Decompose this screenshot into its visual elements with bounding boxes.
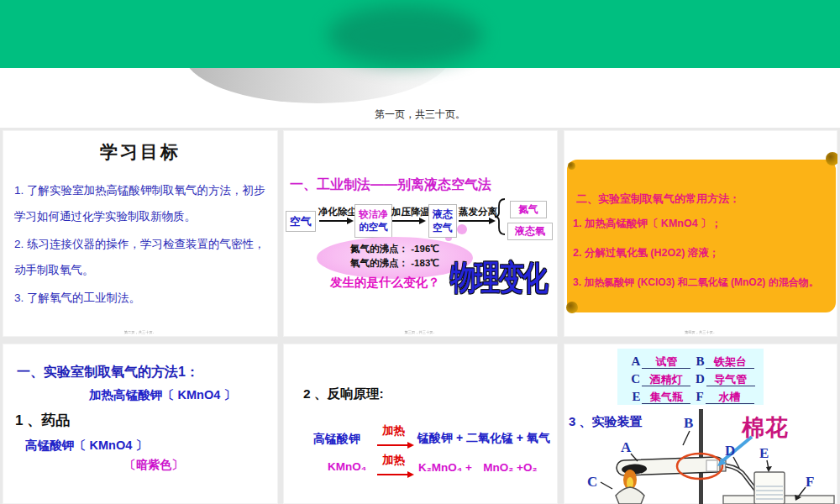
- slide3-method-3: 3. 加热氯酸钾 (KClO3) 和二氧化锰 (MnO2) 的混合物。: [573, 276, 819, 290]
- page: 第一页，共三十页。 学习目标 1. 了解实验室加热高锰酸钾制取氧气的方法，初步学…: [0, 0, 840, 504]
- cotton-label: 棉花: [742, 412, 789, 443]
- apparatus-answer-box: A 试管 B 铁架台 C 酒精灯 D 导气管 E 集气瓶 F 水槽: [617, 349, 764, 405]
- answer-gas-tube: 导气管: [706, 373, 755, 386]
- slide1-body: 1. 了解实验室加热高锰酸钾制取氧气的方法，初步学习如何通过化学实验制取新物质。…: [14, 177, 270, 311]
- flow-box-cleaner-air: 较洁净 的空气: [354, 204, 392, 238]
- slide-thumbnail-5[interactable]: 2 、反响原理: 高锰酸钾 加热 锰酸钾 + 二氧化锰 + 氧气 KMnO₄ 加…: [283, 344, 558, 504]
- answer-row-3: E 集气瓶 F 水槽: [617, 386, 764, 404]
- answer-iron-stand: 铁架台: [706, 355, 754, 369]
- page-number-footer: 第一页，共三十页。: [0, 108, 840, 122]
- slide3-page-footer: 第四页，共三十页。: [584, 329, 816, 333]
- flow-box-cleaner-air-bottom: 的空气: [355, 221, 391, 234]
- slide1-title: 学习目标: [3, 140, 278, 164]
- nitrogen-boiling-point: 氮气的沸点： -196℃: [317, 242, 473, 256]
- slide2-page-footer: 第三页，共三十页。: [304, 329, 538, 333]
- flow-step-purify: 净化除尘: [318, 206, 357, 218]
- slide3-method-2: 2. 分解过氧化氢 (H2O2) 溶液；: [573, 246, 719, 260]
- flow-box-nitrogen: 氮气: [510, 201, 547, 218]
- slide4-heading: 一、实验室制取氧气的方法1：: [17, 364, 199, 381]
- scroll-curl-top-right: [826, 152, 837, 165]
- answer-test-tube: 试管: [642, 355, 690, 369]
- eq2-reactant: KMnO₄: [328, 460, 366, 473]
- eq1-condition: 加热: [382, 423, 405, 438]
- label-E: E: [632, 390, 640, 404]
- slide5-heading: 2 、反响原理:: [303, 386, 384, 403]
- flow-step-compress: 加压降温: [391, 206, 430, 218]
- label-C: C: [631, 372, 640, 386]
- flow-box-liquid-air-bottom: 空气: [429, 221, 456, 234]
- slide6-subtitle: 3 、实验装置: [569, 414, 643, 430]
- flow-step-evaporate: 蒸发分离: [459, 206, 497, 218]
- slide-thumbnail-6[interactable]: A 试管 B 铁架台 C 酒精灯 D 导气管 E 集气瓶 F 水槽: [564, 344, 837, 504]
- eq1-products: 锰酸钾 + 二氧化锰 + 氧气: [417, 431, 550, 446]
- diagram-label-E: E: [759, 445, 769, 461]
- diagram-label-A: A: [621, 439, 632, 455]
- label-B: B: [696, 354, 704, 369]
- slide-thumbnail-2[interactable]: 一、工业制法——别离液态空气法 空气 净化除尘 较洁净: [283, 130, 558, 337]
- cotton-plug: [706, 460, 717, 471]
- physical-change-wordart: 物理变化: [450, 255, 547, 301]
- iron-stand-rod: [699, 409, 703, 504]
- slide-thumbnail-4[interactable]: 一、实验室制取氧气的方法1： 加热高锰酸钾〔 KMnO4 〕 1 、药品 高锰酸…: [3, 344, 278, 504]
- header-smudge-decor: [328, 5, 483, 66]
- slide1-page-footer: 第二页，共三十页。: [24, 329, 258, 333]
- slide2-title: 一、工业制法——别离液态空气法: [290, 176, 491, 194]
- flow-box-liquid-air: 液态 空气: [428, 204, 457, 238]
- change-question: 发生的是什么变化？: [330, 275, 440, 291]
- slide1-point-2: 2. 练习连接仪器的操作，学习检查装置的气密性，动手制取氧气。: [14, 231, 270, 283]
- diagram-label-B: B: [684, 415, 693, 431]
- slide3-method-1: 1. 加热高锰酸钾〔 KMnO4 〕；: [573, 217, 722, 231]
- diagram-label-F: F: [806, 474, 814, 490]
- label-A: A: [632, 354, 641, 369]
- answer-water-trough: 水槽: [706, 391, 754, 404]
- header-band: [0, 0, 840, 68]
- eq1-reactant: 高锰酸钾: [313, 432, 360, 447]
- slide4-subheading: 加热高锰酸钾〔 KMnO4 〕: [89, 387, 236, 403]
- flow-box-liquid-air-top: 液态: [429, 207, 456, 221]
- eq2-condition: 加热: [382, 453, 405, 468]
- slide-grid: 学习目标 1. 了解实验室加热高锰酸钾制取氧气的方法，初步学习如何通过化学实验制…: [0, 128, 840, 504]
- answer-row-2: C 酒精灯 D 导气管: [617, 369, 764, 386]
- alcohol-lamp: [616, 487, 644, 504]
- cloud-bubble-large: [457, 224, 467, 234]
- scroll-curl-top-left: [568, 162, 575, 170]
- diagram-label-D: D: [725, 443, 735, 459]
- pointer-head-E: [766, 466, 772, 472]
- slide-thumbnail-3[interactable]: 二、实验室制取氧气的常用方法： 1. 加热高锰酸钾〔 KMnO4 〕； 2. 分…: [564, 130, 837, 337]
- flow-box-cleaner-air-top: 较洁净: [355, 208, 391, 221]
- label-D: D: [696, 372, 705, 386]
- slide4-chemical: 高锰酸钾〔 KMnO4 〕: [25, 438, 148, 454]
- reaction-arrows: [283, 344, 558, 504]
- eq2-products: K₂MnO₄ + MnO₂ +O₂: [418, 460, 537, 475]
- answer-row-1: A 试管 B 铁架台: [617, 351, 764, 369]
- answer-alcohol-lamp: 酒精灯: [642, 373, 690, 386]
- answer-gas-bottle: 集气瓶: [642, 391, 690, 404]
- slide1-point-1: 1. 了解实验室加热高锰酸钾制取氧气的方法，初步学习如何通过化学实验制取新物质。: [14, 177, 270, 229]
- slide1-point-3: 3. 了解氧气的工业制法。: [14, 285, 270, 311]
- flow-box-air: 空气: [286, 211, 316, 232]
- scroll-curl-bottom-left: [566, 302, 578, 313]
- label-F: F: [696, 390, 703, 404]
- slide-thumbnail-1[interactable]: 学习目标 1. 了解实验室加热高锰酸钾制取氧气的方法，初步学习如何通过化学实验制…: [3, 130, 278, 337]
- diagram-label-C: C: [587, 474, 597, 490]
- slide4-item-number: 1 、药品: [15, 411, 70, 430]
- flow-box-liquid-oxygen: 液态氧: [507, 223, 553, 240]
- slide3-title: 二、实验室制取氧气的常用方法：: [576, 192, 740, 207]
- slide4-color-note: 〔暗紫色〕: [124, 458, 183, 473]
